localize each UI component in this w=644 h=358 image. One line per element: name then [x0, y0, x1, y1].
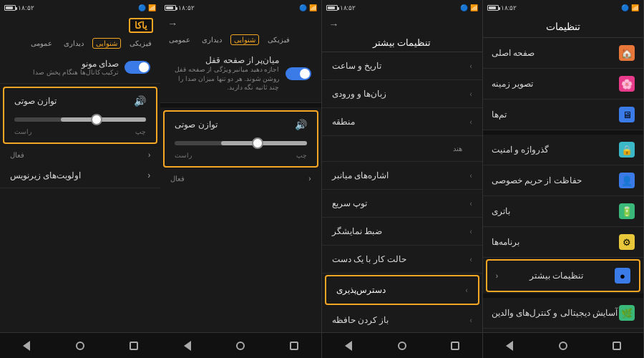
tab-visual-4[interactable]: دیداری — [61, 38, 87, 49]
nav-back-btn-3[interactable] — [177, 336, 197, 356]
battery-menu-icon: 🔋 — [619, 203, 635, 219]
wallpaper-label: تصویر زمینه — [492, 79, 533, 89]
menu-item-wallpaper[interactable]: 🌸 تصویر زمینه — [483, 69, 643, 100]
item-quickball[interactable]: › توپ سریع — [322, 190, 482, 218]
tab-physical-3[interactable]: فیزیکی — [265, 34, 293, 45]
nav-square-btn-2[interactable] — [445, 336, 465, 356]
chevron-left-icon: ‹ — [496, 272, 498, 280]
status-left-1: 📶 🔵 — [621, 4, 639, 11]
time-2: ۱۸:۵۲ — [340, 4, 356, 11]
menu-item-privacy[interactable]: 👤 حفاظت از حریم خصوصی — [483, 165, 643, 196]
label-screenrecord: ضبط نمایشگر — [332, 226, 382, 236]
nav-square-btn-3[interactable] — [284, 336, 304, 356]
nav-back-btn-2[interactable] — [338, 336, 358, 356]
item-shortcuts[interactable]: › اشاره‌های میانبر — [322, 162, 482, 190]
label-datetime: تاریخ و ساعت — [332, 61, 382, 71]
nav-square-btn-1[interactable] — [607, 336, 627, 356]
volume-slider-4[interactable] — [14, 112, 146, 127]
item-accessibility[interactable]: › دسترس‌پذیری — [325, 275, 479, 305]
nav-circle-btn-3[interactable] — [230, 336, 250, 356]
status-right-2: ۱۸:۵۲ — [326, 4, 356, 11]
volume-label-right: راست — [175, 152, 192, 159]
item-clearmemory[interactable]: › باز کردن حافظه — [322, 306, 482, 332]
item-region[interactable]: › منطقه — [322, 108, 482, 136]
bottom-nav-3 — [160, 332, 321, 358]
status-left-3: 📶 🔵 — [299, 4, 317, 11]
lock-screen-shortcut-block: میان‌پر از صفحه قفل اجازه دهید میانبر وی… — [160, 48, 321, 103]
screen1-content: تنظیمات 🏠 صفحه اصلی 🌸 تصویر زمینه 🖥 تم‌ه… — [483, 16, 643, 332]
bottom-nav-2 — [322, 332, 482, 358]
battery-label: باتری — [492, 206, 510, 216]
tab-hearing-4[interactable]: شنوایی — [92, 38, 121, 49]
volume-fill-4 — [61, 117, 147, 122]
item-screenrecord[interactable]: › ضبط نمایشگر — [322, 218, 482, 246]
nav-circle-btn-4[interactable] — [70, 336, 90, 356]
wallpaper-icon: 🌸 — [619, 76, 635, 92]
item-onehand[interactable]: › حالت کار با یک دست — [322, 246, 482, 274]
tab-hearing-3[interactable]: شنوایی — [230, 34, 259, 45]
screen4-content: صدای مونو ترکیب کانال‌ها هنگام پخش صدا 🔊… — [0, 52, 160, 332]
status-bar-1: 📶 🔵 ۱۸:۵۲ — [483, 0, 643, 16]
volume-title-row: 🔊 توازن صوتی — [175, 119, 306, 130]
digital-icon: 🌿 — [619, 305, 635, 321]
volume-thumb-4[interactable] — [91, 114, 102, 125]
chevron-enable-icon-4: ‹ — [148, 151, 150, 159]
mono-audio-row: صدای مونو ترکیب کانال‌ها هنگام پخش صدا — [0, 52, 160, 84]
enable-row-4: ‹ فعال — [0, 147, 160, 163]
nav-back-btn-1[interactable] — [499, 336, 519, 356]
volume-slider-labels: چپ راست — [175, 152, 306, 159]
nav-back-btn-4[interactable] — [16, 336, 36, 356]
subtitle-priority-title: اولویت‌های زیرنویس — [10, 170, 81, 180]
menu-item-apps[interactable]: ⚙ برنامه‌ها — [483, 227, 643, 258]
arrow-screenrecord: › — [469, 228, 472, 236]
arrow-icon-3: → — [167, 18, 177, 29]
menu-item-more-settings[interactable]: ● تنظیمات بیشتر ‹ — [486, 259, 640, 292]
time-3: ۱۸:۵۲ — [178, 4, 195, 11]
item-datetime[interactable]: › تاریخ و ساعت — [322, 52, 482, 80]
nav-circle-btn-2[interactable] — [392, 336, 412, 356]
lock-shortcut-desc: اجازه دهید میانبر ویژگی از صفحه قفل روشن… — [170, 65, 279, 92]
volume-slider-container[interactable] — [175, 136, 306, 150]
status-left-2: 📶 🔵 — [460, 4, 478, 11]
menu-item-digital[interactable]: 🌿 آسایش دیجیتالی و کنترل‌های والدین — [483, 298, 643, 329]
arrow-shortcuts: › — [469, 172, 472, 180]
lock-shortcut-toggle[interactable] — [286, 67, 311, 80]
screen-main-settings: 📶 🔵 ۱۸:۵۲ تنظیمات 🏠 صفحه اصلی 🌸 تصویر زم… — [483, 0, 644, 358]
item-language[interactable]: › زبان‌ها و ورودی — [322, 80, 482, 108]
volume-slider-thumb[interactable] — [252, 137, 263, 149]
home-icon: 🏠 — [619, 45, 635, 61]
home-label: صفحه اصلی — [492, 48, 535, 58]
tab-physical-4[interactable]: فیزیکی — [127, 38, 155, 49]
lock-shortcut-title: میان‌پر از صفحه قفل — [170, 55, 279, 65]
menu-item-security[interactable]: 🔒 گذرواژه و امنیت — [483, 135, 643, 165]
menu-item-themes[interactable]: 🖥 تم‌ها — [483, 100, 643, 130]
themes-label: تم‌ها — [492, 110, 507, 120]
arrow-accessibility: › — [465, 286, 467, 294]
nav-square-btn-4[interactable] — [124, 336, 144, 356]
tab-general-4[interactable]: عمومی — [28, 38, 55, 49]
mono-audio-toggle[interactable] — [125, 61, 150, 74]
menu-item-home[interactable]: 🏠 صفحه اصلی — [483, 38, 643, 69]
top-nav-3: فیزیکی شنوایی دیداری عمومی — [160, 32, 321, 48]
nav-square-icon-4 — [130, 342, 138, 350]
battery-icon-3 — [165, 5, 176, 11]
item-sub-region[interactable]: هند — [322, 136, 482, 162]
battery-icon-4 — [4, 5, 16, 11]
label-region: منطقه — [332, 117, 355, 127]
apps-icon: ⚙ — [619, 234, 635, 250]
label-onehand: حالت کار با یک دست — [332, 254, 406, 264]
volume-label-right-4: راست — [14, 128, 31, 135]
nav-square-icon-1 — [613, 342, 621, 350]
volume-title-4: توازن صوتی — [14, 96, 57, 106]
subtitle-priority-row[interactable]: ‹ اولویت‌های زیرنویس — [0, 163, 160, 188]
tab-visual-3[interactable]: دیداری — [199, 34, 225, 45]
mono-toggle-knob — [139, 62, 149, 72]
menu-item-battery[interactable]: 🔋 باتری — [483, 196, 643, 227]
tab-general-3[interactable]: عمومی — [166, 34, 193, 45]
nav-circle-btn-1[interactable] — [553, 336, 573, 356]
chevron-subtitle-icon: ‹ — [147, 170, 150, 180]
arrow-quickball: › — [469, 200, 472, 208]
security-label: گذرواژه و امنیت — [492, 145, 550, 155]
bt-icon-2: 🔵 — [460, 4, 468, 11]
label-quickball: توپ سریع — [332, 198, 367, 208]
